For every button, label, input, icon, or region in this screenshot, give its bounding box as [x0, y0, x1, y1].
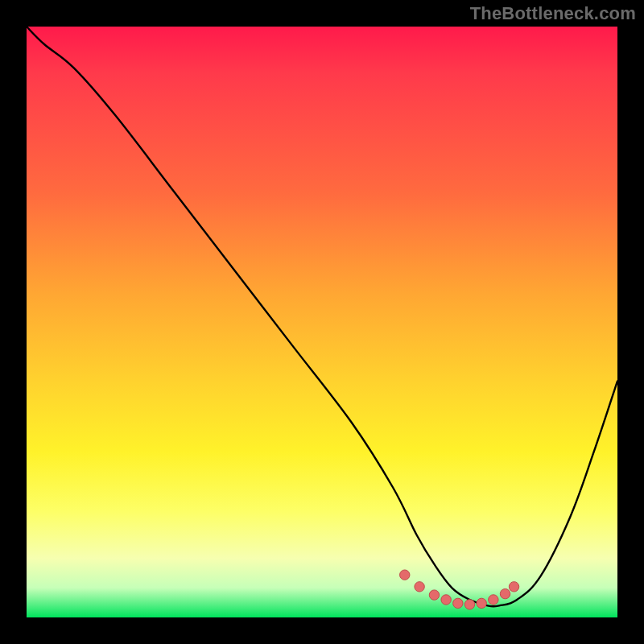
plot-area [27, 27, 617, 617]
attribution-text: TheBottleneck.com [470, 3, 636, 24]
highlight-dot [489, 595, 498, 605]
highlight-dot [500, 588, 510, 598]
highlight-dot [477, 598, 486, 608]
chart-frame: TheBottleneck.com [0, 0, 644, 644]
chart-svg [27, 27, 617, 617]
bottleneck-curve [27, 27, 617, 606]
highlight-dot [429, 590, 439, 600]
highlight-dot [509, 582, 518, 592]
highlight-dot [464, 600, 474, 609]
highlight-dot [441, 595, 451, 605]
highlight-dot [453, 598, 463, 608]
highlight-dot [415, 582, 424, 592]
highlight-dot [400, 570, 410, 580]
highlight-markers [400, 570, 519, 609]
